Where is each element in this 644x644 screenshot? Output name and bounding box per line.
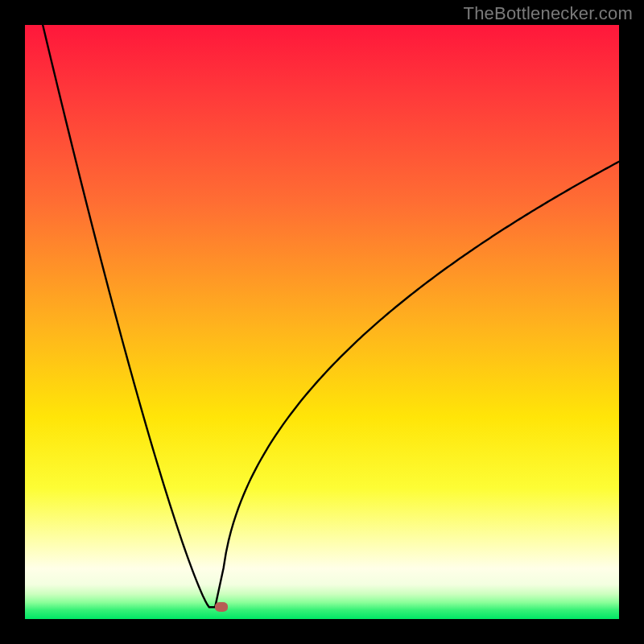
bottleneck-curve: [25, 25, 619, 619]
optimum-marker-icon: [215, 602, 228, 612]
watermark-text: TheBottlenecker.com: [464, 3, 633, 24]
chart-frame: TheBottlenecker.com: [0, 0, 644, 644]
plot-area: [25, 25, 619, 619]
